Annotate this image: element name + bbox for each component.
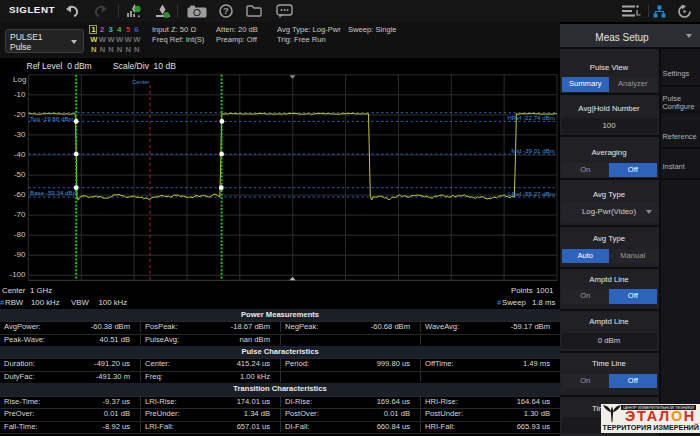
svg-text:-20: -20 [14,110,26,119]
svg-text:-80: -80 [14,230,26,239]
svg-text:Ref Level 0 dBm: Ref Level 0 dBm [27,61,92,71]
svg-text:LRef -55.27 dBm: LRef -55.27 dBm [508,190,555,197]
svg-text:HRef -22.74 dBm: HRef -22.74 dBm [507,114,555,121]
svg-text:-90: -90 [14,250,26,259]
svg-text:Top -19.88 dBm: Top -19.88 dBm [30,115,74,122]
svg-text:Mid -39.01 dBm: Mid -39.01 dBm [511,147,555,154]
svg-text:-30: -30 [14,130,26,139]
svg-text:-70: -70 [14,210,26,219]
svg-text:Scale/Div 10 dB: Scale/Div 10 dB [113,61,176,71]
svg-text:Points1001: Points1001 [511,286,553,295]
svg-text:Center1 GHz: Center1 GHz [2,286,52,295]
svg-text:Base -59.34 dBm: Base -59.34 dBm [30,189,78,196]
svg-text:#Sweep1.8 ms: #Sweep1.8 ms [497,298,555,307]
svg-text:-10: -10 [14,90,26,99]
svg-text:Center: Center [132,79,149,85]
svg-text:-40: -40 [14,150,26,159]
svg-text:-50: -50 [14,170,26,179]
svg-text:-60: -60 [14,190,26,199]
svg-text:#RBW100 kHzVBW100 kHz: #RBW100 kHzVBW100 kHz [0,298,127,307]
svg-text:Log: Log [13,75,26,84]
svg-text:-100: -100 [9,270,26,279]
